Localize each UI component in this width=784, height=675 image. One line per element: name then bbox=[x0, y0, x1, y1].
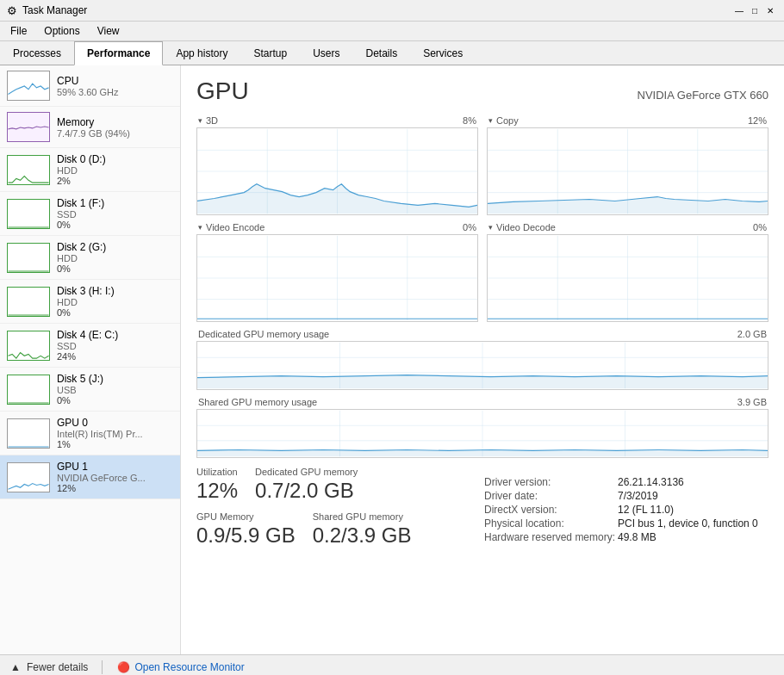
sidebar-disk2-text: Disk 2 (G:) HDD 0% bbox=[57, 241, 173, 274]
sidebar-disk5-text: Disk 5 (J:) USB 0% bbox=[57, 373, 173, 406]
svg-rect-4 bbox=[8, 244, 48, 272]
close-button[interactable]: ✕ bbox=[763, 3, 777, 17]
dedicated-gpu-mem-label: Dedicated GPU memory bbox=[255, 467, 358, 477]
mid-charts-row: ▾ Video Encode 0% bbox=[196, 222, 768, 322]
directx-val: 12 (FL 11.0) bbox=[618, 504, 674, 516]
fewer-details-button[interactable]: ▲ Fewer details bbox=[9, 660, 88, 674]
info-driver-date: Driver date: 7/3/2019 bbox=[484, 489, 758, 503]
chart-vencode-label: Video Encode bbox=[206, 222, 264, 232]
dedicated-mem-chart bbox=[196, 341, 768, 390]
maximize-button[interactable]: □ bbox=[748, 3, 762, 17]
sidebar-disk2-name: Disk 2 (G:) bbox=[57, 241, 173, 253]
shared-mem-chart bbox=[196, 409, 768, 458]
sidebar-gpu0-pct: 1% bbox=[57, 439, 173, 449]
sidebar-disk1-pct: 0% bbox=[57, 220, 173, 230]
sidebar-item-disk3[interactable]: Disk 3 (H: I:) HDD 0% bbox=[0, 280, 180, 324]
utilization-value: 12% bbox=[196, 479, 238, 503]
chart-copy bbox=[487, 127, 768, 215]
shared-mem-section: Shared GPU memory usage 3.9 GB bbox=[196, 397, 768, 458]
tab-services[interactable]: Services bbox=[410, 41, 476, 65]
top-charts-row: ▾ 3D 8% bbox=[196, 115, 768, 215]
gpu1-mini-graph bbox=[7, 462, 50, 492]
sidebar-disk3-text: Disk 3 (H: I:) HDD 0% bbox=[57, 285, 173, 318]
tab-users[interactable]: Users bbox=[300, 41, 352, 65]
shared-gpu-mem-stat: Shared GPU memory 0.2/3.9 GB bbox=[313, 511, 412, 548]
sidebar-item-gpu0[interactable]: GPU 0 Intel(R) Iris(TM) Pr... 1% bbox=[0, 412, 180, 455]
info-physical-location: Physical location: PCI bus 1, device 0, … bbox=[484, 517, 758, 530]
sidebar-item-disk5[interactable]: Disk 5 (J:) USB 0% bbox=[0, 368, 180, 412]
sidebar-disk3-sub: HDD bbox=[57, 297, 173, 307]
memory-mini-graph bbox=[7, 112, 50, 142]
dedicated-mem-label-row: Dedicated GPU memory usage 2.0 GB bbox=[196, 329, 768, 339]
sidebar-item-cpu[interactable]: CPU 59% 3.60 GHz bbox=[0, 65, 180, 107]
disk2-mini-graph bbox=[7, 243, 50, 273]
shared-mem-label: Shared GPU memory usage bbox=[198, 397, 317, 407]
chevron-up-icon: ▲ bbox=[9, 660, 22, 674]
sidebar: CPU 59% 3.60 GHz Memory 7.4/7.9 GB (94%) bbox=[0, 65, 181, 654]
driver-version-key: Driver version: bbox=[484, 476, 618, 488]
sidebar-disk4-sub: SSD bbox=[57, 341, 173, 351]
sidebar-item-disk1[interactable]: Disk 1 (F:) SSD 0% bbox=[0, 192, 180, 236]
sidebar-disk1-name: Disk 1 (F:) bbox=[57, 197, 173, 209]
sidebar-item-disk0[interactable]: Disk 0 (D:) HDD 2% bbox=[0, 148, 180, 192]
menu-view[interactable]: View bbox=[94, 23, 123, 39]
menu-options[interactable]: Options bbox=[40, 23, 83, 39]
tab-bar: Processes Performance App history Startu… bbox=[0, 41, 784, 65]
chart-vdecode-label-row: ▾ Video Decode 0% bbox=[487, 222, 768, 232]
chevron-vdecode-icon: ▾ bbox=[488, 223, 493, 232]
dedicated-mem-label: Dedicated GPU memory usage bbox=[198, 329, 329, 339]
app-icon: ⚙ bbox=[7, 4, 17, 17]
sidebar-memory-text: Memory 7.4/7.9 GB (94%) bbox=[57, 116, 173, 139]
stats-info-row: Utilization 12% Dedicated GPU memory 0.7… bbox=[196, 467, 768, 548]
separator bbox=[102, 660, 103, 674]
driver-date-val: 7/3/2019 bbox=[618, 490, 658, 502]
sidebar-disk4-name: Disk 4 (E: C:) bbox=[57, 329, 173, 341]
tab-processes[interactable]: Processes bbox=[0, 41, 74, 65]
chart-vencode-label-row: ▾ Video Encode 0% bbox=[196, 222, 478, 232]
tab-app-history[interactable]: App history bbox=[163, 41, 240, 65]
shared-gpu-mem-value: 0.2/3.9 GB bbox=[313, 523, 412, 548]
sidebar-item-memory[interactable]: Memory 7.4/7.9 GB (94%) bbox=[0, 107, 180, 148]
disk3-mini-graph bbox=[7, 287, 50, 317]
gpu-memory-stat: GPU Memory 0.9/5.9 GB bbox=[196, 511, 296, 548]
sidebar-memory-name: Memory bbox=[57, 116, 173, 128]
shared-mem-area bbox=[197, 410, 768, 457]
tab-details[interactable]: Details bbox=[352, 41, 410, 65]
sidebar-gpu1-name: GPU 1 bbox=[57, 461, 173, 473]
sidebar-cpu-sub: 59% 3.60 GHz bbox=[57, 87, 173, 97]
gpu-title: GPU bbox=[196, 77, 249, 105]
disk5-mini-graph bbox=[7, 375, 50, 405]
chart-copy-pct: 12% bbox=[748, 115, 767, 126]
menu-file[interactable]: File bbox=[7, 23, 30, 39]
svg-rect-9 bbox=[8, 463, 48, 492]
driver-date-key: Driver date: bbox=[484, 490, 618, 502]
cpu-mini-graph bbox=[7, 71, 50, 101]
utilization-label: Utilization bbox=[196, 467, 238, 477]
disk1-mini-graph bbox=[7, 199, 50, 229]
svg-rect-0 bbox=[8, 71, 48, 100]
sidebar-disk5-sub: USB bbox=[57, 385, 173, 395]
dedicated-mem-section: Dedicated GPU memory usage 2.0 GB bbox=[196, 329, 768, 390]
tab-startup[interactable]: Startup bbox=[240, 41, 300, 65]
sidebar-disk0-pct: 2% bbox=[57, 176, 173, 186]
svg-marker-16 bbox=[197, 184, 477, 214]
sidebar-disk5-pct: 0% bbox=[57, 395, 173, 406]
sidebar-disk0-sub: HDD bbox=[57, 165, 173, 176]
sidebar-gpu0-text: GPU 0 Intel(R) Iris(TM) Pr... 1% bbox=[57, 417, 173, 449]
title-bar: ⚙ Task Manager — □ ✕ bbox=[0, 0, 784, 22]
minimize-button[interactable]: — bbox=[732, 3, 746, 17]
info-driver-version: Driver version: 26.21.14.3136 bbox=[484, 475, 758, 489]
sidebar-item-gpu1[interactable]: GPU 1 NVIDIA GeForce G... 12% bbox=[0, 455, 180, 499]
tab-performance[interactable]: Performance bbox=[74, 41, 163, 65]
window-controls: — □ ✕ bbox=[732, 3, 777, 17]
dedicated-gpu-mem-stat: Dedicated GPU memory 0.7/2.0 GB bbox=[255, 467, 358, 503]
sidebar-item-disk2[interactable]: Disk 2 (G:) HDD 0% bbox=[0, 236, 180, 280]
chart-vencode-pct: 0% bbox=[463, 222, 476, 232]
sidebar-gpu1-text: GPU 1 NVIDIA GeForce G... 12% bbox=[57, 461, 173, 493]
window-title: Task Manager bbox=[22, 4, 87, 16]
sidebar-item-disk4[interactable]: Disk 4 (E: C:) SSD 24% bbox=[0, 324, 180, 368]
chart-copy-label: Copy bbox=[496, 115, 519, 126]
sidebar-disk1-sub: SSD bbox=[57, 209, 173, 220]
open-resource-monitor-button[interactable]: 🔴 Open Resource Monitor bbox=[116, 660, 244, 674]
sidebar-gpu1-sub: NVIDIA GeForce G... bbox=[57, 473, 173, 483]
